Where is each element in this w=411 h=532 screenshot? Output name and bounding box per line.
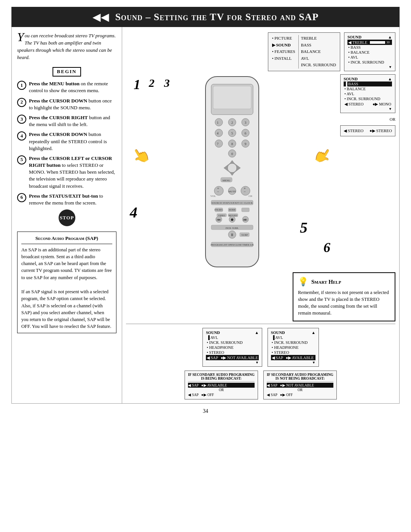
step-6: 6 Press the STATUS/EXIT but-ton to remov…: [17, 193, 116, 206]
osd2-bass: ▐ BASS: [344, 81, 392, 86]
step-1-text: Press the MENU button on the remote cont…: [29, 80, 116, 94]
remote-control-svg: 1 2 3 4 5 6 7 8 9 0: [190, 73, 274, 271]
sap-na-sap: ◀ SAP●▶ NOT AVAILABLE: [206, 355, 259, 360]
svg-text:3: 3: [244, 121, 246, 125]
svg-text:⏮: ⏮: [217, 217, 221, 222]
sap-para-2: If an SAP signal is not present with a s…: [21, 288, 112, 330]
sap-na-avl: ▐ AVL: [206, 335, 259, 340]
drop-cap: Y: [17, 32, 24, 42]
svg-text:HOME: HOME: [229, 209, 236, 211]
right-screens-col: SOUND ▲ ▐ BASS • BALANCE • AVL • INCR. S…: [340, 73, 395, 271]
svg-rect-2: [213, 86, 251, 109]
menu-row-features: • FEATURES: [272, 48, 295, 55]
step-3: 3 Press the CURSOR RIGHT button and the …: [17, 114, 116, 128]
svg-text:PROGRAM LIST   OPEN/CLOSE   TI: PROGRAM LIST OPEN/CLOSE TIMER A/B: [210, 244, 253, 246]
osd-screen-1: SOUND ▲ ◀ TREBLE 30 • BASS • BALANCE • A…: [344, 32, 395, 71]
sap-title: Second Audio Program (SAP): [21, 235, 112, 244]
svg-text:−: −: [244, 190, 246, 194]
osd-screen-2: SOUND ▲ ▐ BASS • BALANCE • AVL • INCR. S…: [340, 74, 395, 113]
svg-text:SOURCE STATUS/EXIT  CC   CLOCK: SOURCE STATUS/EXIT CC CLOCK: [211, 201, 253, 204]
svg-text:5: 5: [231, 131, 233, 135]
osd2-surround: • INCR. SURROUND: [344, 96, 392, 101]
step-1-num: 1: [17, 81, 26, 90]
sap-not-available-screen: SOUND ▲ ▐ AVL • INCR. SURROUND • HEADPHO…: [202, 328, 262, 367]
bottom-right-row2: ◀ SAP●▶ OFF: [267, 392, 333, 397]
submenu-treble: TREBLE: [301, 35, 336, 42]
right-panel: • PICTURE ▶ SOUND • FEATURES • INSTALL T…: [122, 27, 399, 403]
smart-help-box: 💡 Smart Help Remember, if stereo is not …: [293, 272, 395, 321]
sap-av-sap: ◀ SAP●▶ AVAILABLE: [271, 355, 315, 360]
bottom-right-row1: ◀ SAP●▶ NOT AVAILABLE: [267, 383, 333, 388]
step-3-strong: Press the CURSOR RIGHT: [29, 115, 88, 120]
svg-text:MUTE: MUTE: [228, 190, 236, 193]
step-3-num: 3: [17, 115, 26, 124]
hand-left: 👆: [129, 144, 153, 167]
step-4-strong: Press the CURSOR DOWN: [29, 131, 87, 137]
step-6-strong: Press the STATUS/EXIT but-ton: [29, 193, 98, 199]
step-2: 2 Press the CURSOR DOWN button once to h…: [17, 97, 116, 111]
menu-row-picture: • PICTURE: [272, 35, 295, 42]
svg-point-15: [215, 140, 223, 147]
osd-screen-3: ◀ STEREO●▶ STEREO: [340, 125, 395, 136]
osd2-title: SOUND ▲: [344, 77, 392, 81]
stop-circle: STOP: [59, 209, 75, 226]
svg-text:VIDEO: VIDEO: [218, 214, 225, 217]
step-5-text: Press the CURSOR LEFT or CURSOR RIGHT bu…: [29, 155, 116, 190]
intro-body: ou can receive broadcast stereo TV progr…: [17, 33, 116, 60]
step-label-1: 1: [134, 77, 140, 93]
svg-text:⏭: ⏭: [244, 217, 247, 222]
svg-text:7: 7: [217, 142, 218, 146]
svg-text:⏸: ⏸: [230, 233, 234, 237]
svg-text:VOL: VOL: [210, 195, 215, 198]
step-2-text: Press the CURSOR DOWN button once to hig…: [29, 97, 116, 111]
rewind-icon: ◀◀: [92, 11, 109, 23]
svg-point-3: [215, 118, 223, 126]
intro-text: Y ou can receive broadcast stereo TV pro…: [17, 32, 116, 61]
submenu-bass: BASS: [301, 42, 336, 49]
or-label-1: OR: [390, 117, 395, 121]
osd2-nav: ▼: [344, 107, 392, 111]
main-content: Y ou can receive broadcast stereo TV pro…: [11, 27, 400, 404]
osd1-nav: ▼: [347, 65, 392, 69]
submenu-balance: BALANCE: [301, 48, 336, 55]
bottom-label-left: IF SECONDARY AUDIO PROGRAMINGIS BEING BR…: [185, 371, 258, 399]
svg-text:−: −: [217, 190, 219, 194]
svg-text:2: 2: [231, 121, 233, 125]
svg-text:ITR.REC: ITR.REC: [214, 209, 223, 211]
main-menu-screen: • PICTURE ▶ SOUND • FEATURES • INSTALL T…: [268, 32, 340, 71]
sap-av-nav: ▼: [271, 361, 315, 364]
osd1-avl: • AVL: [347, 55, 392, 60]
sap-av-headphone: • HEADPHONE: [271, 345, 315, 350]
bottom-left-row2: ◀ SAP●▶ OFF: [188, 392, 255, 397]
osd1-treble: ◀ TREBLE 30: [347, 40, 392, 45]
svg-text:SURF: SURF: [241, 233, 248, 236]
stop-badge: STOP: [17, 209, 116, 226]
page-number: 34: [0, 408, 411, 414]
smart-help-text: Remember, if stereo is not present on a …: [298, 289, 390, 317]
smart-help-wrapper: 💡 Smart Help Remember, if stereo is not …: [126, 272, 395, 321]
step-3-text: Press the CURSOR RIGHT button and the me…: [29, 114, 116, 128]
remote-area: 1 2 3 4 5 6: [126, 73, 338, 271]
step-label-4: 4: [130, 203, 137, 221]
hand-right: 👆: [311, 144, 335, 167]
sap-na-nav: ▼: [206, 361, 259, 364]
svg-text:⏺: ⏺: [230, 217, 234, 222]
begin-badge: BEGIN: [53, 67, 81, 77]
bottom-left-or1: OR: [188, 388, 255, 392]
sap-section: Second Audio Program (SAP) An SAP is an …: [17, 232, 116, 333]
menu-row-sound: ▶ SOUND: [272, 42, 295, 49]
divider: [126, 324, 395, 324]
step-label-2: 2: [149, 77, 155, 89]
osd1-bass: • BASS: [347, 45, 392, 50]
step-label-3: 3: [164, 77, 170, 89]
sap-av-stereo: • STEREO: [271, 350, 315, 355]
sap-av-surround: • INCR. SURROUND: [271, 340, 315, 345]
bottom-right-title: IF SECONDARY AUDIO PROGRAMINGIS NOT BEIN…: [267, 373, 333, 382]
submenu-surround: INCR. SURROUND: [301, 62, 336, 69]
step-6-text: Press the STATUS/EXIT but-ton to remove …: [29, 193, 116, 206]
top-menu-screens: • PICTURE ▶ SOUND • FEATURES • INSTALL T…: [126, 31, 395, 73]
step-5-num: 5: [17, 155, 26, 165]
page-title: Sound – Setting the TV for Stereo and SA…: [115, 11, 319, 23]
step-4-num: 4: [17, 131, 26, 141]
bottom-left-row1: ◀ SAP●▶ AVAILABLE: [188, 383, 255, 388]
